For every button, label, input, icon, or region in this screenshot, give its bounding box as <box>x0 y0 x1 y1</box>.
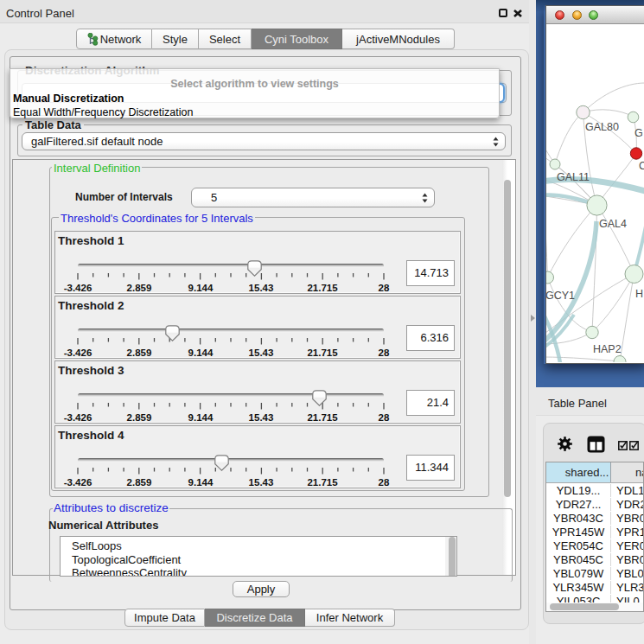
svg-text:HAP2: HAP2 <box>593 343 622 355</box>
svg-text:GAL11: GAL11 <box>557 171 590 183</box>
svg-text:GAL80: GAL80 <box>585 121 619 133</box>
svg-text:GCY1: GCY1 <box>546 290 575 302</box>
svg-text:G: G <box>634 127 643 139</box>
svg-text:GAL4: GAL4 <box>599 218 627 230</box>
svg-text:H: H <box>635 288 643 300</box>
svg-text:C: C <box>639 160 644 172</box>
